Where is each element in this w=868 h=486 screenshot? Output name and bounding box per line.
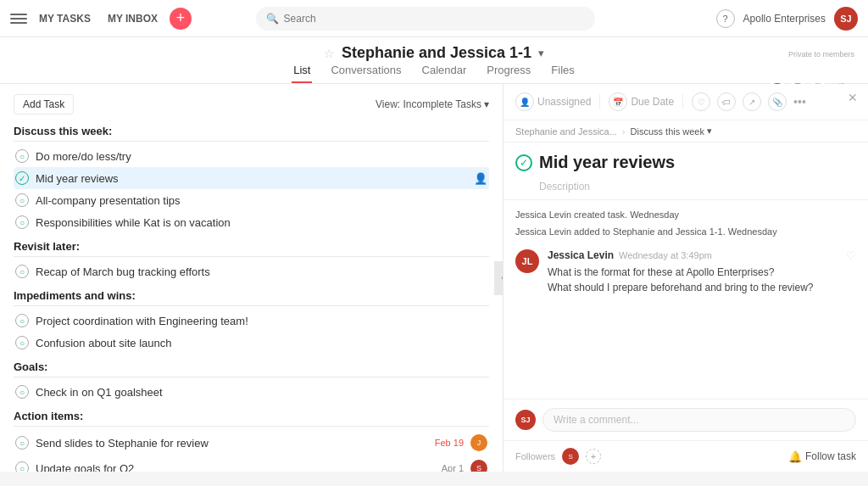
section-action-title: Action items: — [14, 410, 489, 427]
log-action-1: created task. — [574, 209, 627, 220]
my-inbox-link[interactable]: MY INBOX — [103, 9, 163, 28]
tag-button[interactable]: 🏷 — [717, 92, 736, 111]
task-item[interactable]: ○ Do more/do less/try — [14, 145, 489, 167]
task-detail-title: ✓ Mid year reviews — [504, 142, 868, 176]
main-content: Add Task View: Incomplete Tasks ▾ Discus… — [0, 84, 868, 472]
tab-calendar[interactable]: Calendar — [420, 59, 469, 83]
task-name: Do more/do less/try — [36, 150, 487, 163]
task-check[interactable]: ○ — [15, 314, 29, 327]
task-check[interactable]: ○ — [15, 215, 29, 229]
view-filter[interactable]: View: Incomplete Tasks ▾ — [376, 98, 489, 110]
task-check[interactable]: ○ — [15, 436, 29, 450]
task-item[interactable]: ○ Responsibilities while Kat is on vacat… — [14, 211, 489, 233]
task-check-done[interactable]: ✓ — [15, 171, 29, 185]
like-button[interactable]: ♡ — [846, 249, 856, 262]
task-name: Confusion about site launch — [36, 337, 487, 349]
task-item[interactable]: ○ Confusion about site launch — [14, 332, 489, 354]
view-filter-chevron: ▾ — [484, 98, 489, 110]
view-filter-label: View: Incomplete Tasks — [376, 98, 481, 110]
task-due-date: Apr 1 — [442, 463, 464, 472]
section-impediments-title: Impediments and wins: — [14, 289, 489, 306]
task-name: Project coordination with Engineering te… — [36, 315, 487, 327]
close-button[interactable]: ✕ — [848, 91, 858, 104]
task-item[interactable]: ○ Recap of March bug tracking efforts — [14, 260, 489, 282]
task-description[interactable]: Description — [504, 176, 868, 199]
task-name: Check in on Q1 goalsheet — [36, 386, 487, 399]
task-item-selected[interactable]: ✓ Mid year reviews 👤 — [14, 167, 489, 189]
assign-button[interactable]: 👤 Unassigned — [515, 92, 591, 111]
search-bar: 🔍 — [256, 7, 595, 31]
hamburger-menu[interactable] — [10, 10, 27, 27]
share-button[interactable]: ↗ — [743, 92, 761, 111]
task-name: Recap of March bug tracking efforts — [36, 265, 487, 278]
tab-progress[interactable]: Progress — [485, 59, 532, 83]
breadcrumb-project[interactable]: Stephanie and Jessica... — [515, 126, 617, 137]
log-time-2: Wednesday — [728, 226, 777, 237]
due-date-label: Due Date — [631, 96, 674, 108]
task-toolbar: 👤 Unassigned 📅 Due Date ♡ 🏷 ↗ 📎 ••• — [504, 84, 868, 120]
breadcrumb-section[interactable]: Discuss this week ▾ — [631, 126, 712, 137]
follower-avatar: S — [562, 448, 579, 465]
project-header: ☆ Stephanie and Jessica 1-1 ▾ S J + Priv… — [0, 37, 868, 84]
toolbar-divider — [599, 94, 600, 109]
task-item[interactable]: ○ Project coordination with Engineering … — [14, 310, 489, 332]
assign-icon[interactable]: 👤 — [474, 172, 487, 185]
task-title[interactable]: Mid year reviews — [539, 153, 675, 172]
my-tasks-link[interactable]: MY TASKS — [34, 9, 96, 28]
task-assignee-avatar: J — [470, 434, 487, 451]
task-check[interactable]: ○ — [15, 149, 29, 163]
user-avatar[interactable]: SJ — [834, 7, 858, 31]
help-button[interactable]: ? — [716, 9, 735, 28]
collapse-button[interactable]: ‹ — [494, 261, 504, 295]
task-check[interactable]: ○ — [15, 461, 29, 472]
nav-right: ? Apollo Enterprises SJ — [716, 7, 858, 31]
comment-line-2: What should I prepare beforehand and bri… — [548, 282, 814, 293]
section-discuss-title: Discuss this week: — [14, 125, 489, 142]
task-item[interactable]: ○ All-company presentation tips — [14, 189, 489, 211]
task-complete-button[interactable]: ✓ — [515, 154, 532, 171]
calendar-icon: 📅 — [609, 92, 627, 111]
assign-icon: 👤 — [515, 92, 534, 111]
log-time-1: Wednesday — [630, 209, 679, 220]
followers-area: Followers S + 🔔 Follow task — [504, 440, 868, 472]
task-item[interactable]: ○ Send slides to Stephanie for review Fe… — [14, 430, 489, 455]
due-date-button[interactable]: 📅 Due Date — [609, 92, 674, 111]
heart-button[interactable]: ♡ — [692, 92, 710, 111]
comment-line-1: What is the format for these at Apollo E… — [548, 266, 774, 278]
search-input[interactable] — [284, 13, 585, 25]
top-nav: MY TASKS MY INBOX + 🔍 ? Apollo Enterpris… — [0, 0, 868, 37]
task-item[interactable]: ○ Update goals for Q2 Apr 1 S — [14, 455, 489, 472]
section-revisit-title: Revisit later: — [14, 240, 489, 257]
follow-task-label: Follow task — [805, 450, 856, 462]
comment-text: What is the format for these at Apollo E… — [548, 265, 856, 295]
tab-files[interactable]: Files — [549, 59, 576, 83]
assign-label: Unassigned — [537, 96, 591, 108]
tab-list[interactable]: List — [292, 59, 312, 83]
add-button[interactable]: + — [170, 8, 192, 30]
search-icon: 🔍 — [266, 13, 279, 25]
comment-time: Wednesday at 3:49pm — [619, 250, 712, 260]
add-task-button[interactable]: Add Task — [14, 94, 74, 115]
title-dropdown-icon[interactable]: ▾ — [538, 47, 544, 59]
task-check[interactable]: ○ — [15, 193, 29, 207]
task-check[interactable]: ○ — [15, 336, 29, 349]
task-check[interactable]: ○ — [15, 385, 29, 399]
log-author-1: Jessica Levin — [515, 209, 571, 220]
follow-task-button[interactable]: 🔔 Follow task — [788, 450, 856, 463]
task-item[interactable]: ○ Check in on Q1 goalsheet — [14, 381, 489, 403]
task-due-date: Feb 19 — [435, 438, 464, 448]
breadcrumb-dropdown-icon: ▾ — [707, 126, 712, 137]
log-author-2: Jessica Levin — [515, 226, 571, 237]
bell-icon: 🔔 — [788, 450, 802, 463]
comment-input[interactable] — [542, 408, 856, 432]
left-panel-header: Add Task View: Incomplete Tasks ▾ — [14, 94, 489, 115]
breadcrumb-section-label: Discuss this week — [631, 126, 704, 137]
tab-conversations[interactable]: Conversations — [329, 59, 403, 83]
task-name: Responsibilities while Kat is on vacatio… — [36, 216, 487, 229]
comment-avatar: JL — [515, 249, 539, 273]
comment-block: JL Jessica Levin Wednesday at 3:49pm ♡ W… — [515, 249, 856, 295]
attach-button[interactable]: 📎 — [768, 92, 787, 111]
more-options-button[interactable]: ••• — [793, 95, 806, 109]
add-follower-button[interactable]: + — [586, 449, 601, 464]
task-check[interactable]: ○ — [15, 265, 29, 278]
